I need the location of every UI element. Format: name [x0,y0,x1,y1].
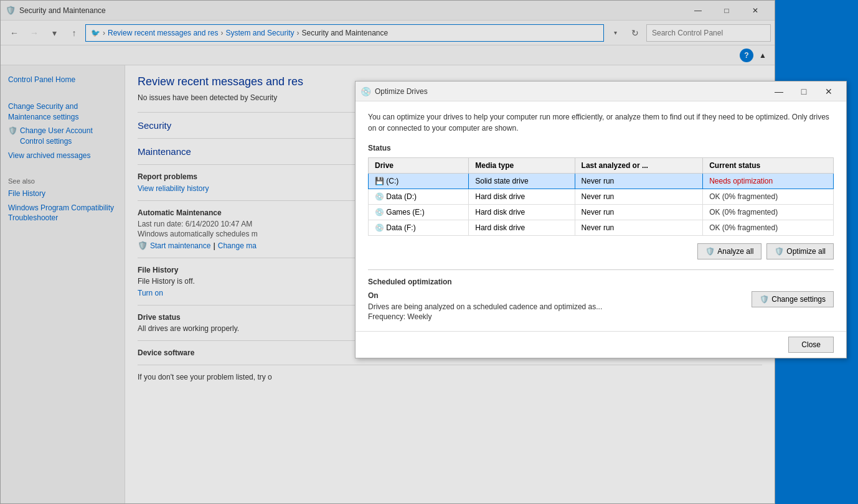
col-current-status: Current status [703,158,834,174]
scheduled-title: Scheduled optimization [368,278,834,286]
drive-f-type: Hard disk drive [469,220,575,236]
change-settings-icon: 🛡️ [760,295,769,304]
dialog-body: You can optimize your drives to help you… [356,101,846,331]
drive-e-status: OK (0% fragmented) [703,205,834,220]
optimize-shield-icon: 🛡️ [775,247,784,256]
table-row[interactable]: 💿 Data (D:) Hard disk drive Never run OK… [369,189,834,205]
drive-d-name: 💿 Data (D:) [369,189,469,205]
drive-c-type: Solid state drive [469,174,575,189]
dialog-icon: 💿 [361,86,371,96]
drives-table: Drive Media type Last analyzed or ... Cu… [368,157,834,236]
drive-c-icon: 💾 [375,177,384,185]
change-settings-button[interactable]: 🛡️ Change settings [752,291,834,307]
drive-d-icon: 💿 [375,192,384,201]
table-row[interactable]: 💿 Games (E:) Hard disk drive Never run O… [369,205,834,220]
analyze-shield-icon: 🛡️ [705,247,715,256]
scheduled-info: On Drives are being analyzed on a schedu… [368,291,752,321]
dialog-description: You can optimize your drives to help you… [368,111,834,134]
optimize-all-button[interactable]: 🛡️ Optimize all [766,243,834,259]
scheduled-on-status: On [368,291,752,300]
drive-d-type: Hard disk drive [469,189,575,205]
scheduled-section: Scheduled optimization On Drives are bei… [368,269,834,321]
col-media-type: Media type [469,158,575,174]
dialog-close-button[interactable]: ✕ [816,82,841,101]
col-last-analyzed: Last analyzed or ... [575,158,703,174]
dialog-title: Optimize Drives [375,87,766,96]
drive-d-analyzed: Never run [575,189,703,205]
dialog-minimize-button[interactable]: — [766,82,791,101]
col-drive: Drive [369,158,469,174]
drive-e-type: Hard disk drive [469,205,575,220]
drive-c-analyzed: Never run [575,174,703,189]
table-header: Drive Media type Last analyzed or ... Cu… [369,158,834,174]
dialog-close-main-button[interactable]: Close [788,337,834,353]
analyze-all-button[interactable]: 🛡️ Analyze all [697,243,761,259]
drive-d-status: OK (0% fragmented) [703,189,834,205]
drive-e-name: 💿 Games (E:) [369,205,469,220]
drive-c-status: Needs optimization [703,174,834,189]
drive-f-status: OK (0% fragmented) [703,220,834,236]
optimize-drives-dialog: 💿 Optimize Drives — □ ✕ You can optimize… [355,81,847,358]
table-row[interactable]: 💾 (C:) Solid state drive Never run Needs… [369,174,834,189]
change-settings-label: Change settings [771,295,826,304]
analyze-all-label: Analyze all [717,247,753,256]
scheduled-desc: Drives are being analyzed on a scheduled… [368,302,752,311]
drive-e-analyzed: Never run [575,205,703,220]
dialog-maximize-button[interactable]: □ [791,82,816,101]
scheduled-frequency: Frequency: Weekly [368,312,752,321]
dialog-title-bar: 💿 Optimize Drives — □ ✕ [356,82,846,101]
dialog-footer: Close [356,331,846,358]
scheduled-row: On Drives are being analyzed on a schedu… [368,291,834,321]
drive-f-analyzed: Never run [575,220,703,236]
drive-e-icon: 💿 [375,208,384,217]
drive-c-name: 💾 (C:) [369,174,469,189]
dialog-action-buttons: 🛡️ Analyze all 🛡️ Optimize all [368,243,834,259]
drive-f-icon: 💿 [375,223,384,232]
status-label: Status [368,144,834,152]
table-row[interactable]: 💿 Data (F:) Hard disk drive Never run OK… [369,220,834,236]
optimize-all-label: Optimize all [786,247,826,256]
table-body: 💾 (C:) Solid state drive Never run Needs… [369,174,834,236]
dialog-window-controls: — □ ✕ [766,82,841,101]
drive-f-name: 💿 Data (F:) [369,220,469,236]
